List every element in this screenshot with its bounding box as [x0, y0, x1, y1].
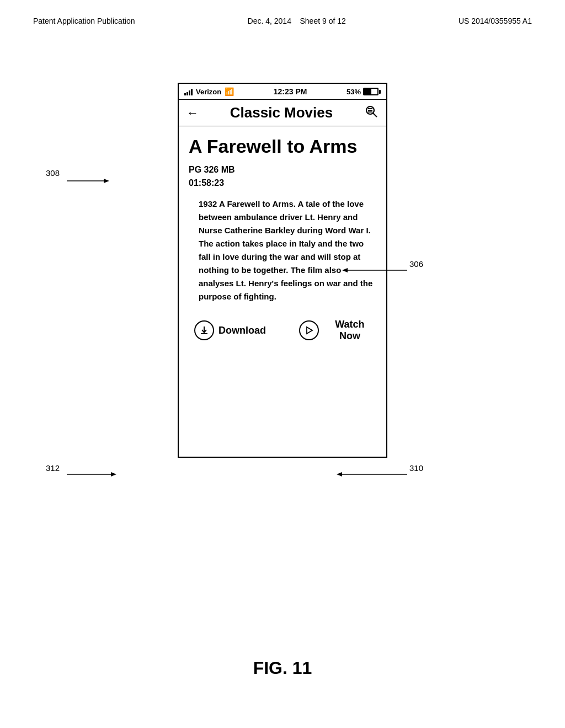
svg-marker-7 [307, 327, 312, 334]
content-area: A Farewell to Arms PG 326 MB 01:58:23 19… [179, 126, 386, 353]
movie-duration: 01:58:23 [189, 176, 376, 190]
time-display: 12:23 PM [274, 87, 307, 96]
patent-left: Patent Application Publication [33, 17, 135, 25]
movie-meta: PG 326 MB 01:58:23 [189, 163, 376, 190]
patent-center: Dec. 4, 2014 Sheet 9 of 12 [248, 17, 346, 25]
patent-header: Patent Application Publication Dec. 4, 2… [0, 0, 565, 36]
signal-bar-4 [191, 89, 193, 95]
arrow-308 [46, 175, 112, 192]
play-icon [299, 320, 319, 340]
status-left: Verizon 📶 [184, 87, 234, 96]
movie-rating: PG 326 MB [189, 163, 376, 176]
svg-line-1 [373, 113, 377, 117]
watch-now-label: Watch Now [323, 319, 376, 342]
download-button[interactable]: Download [194, 320, 266, 340]
svg-marker-9 [104, 179, 109, 183]
battery-percent: 53% [347, 88, 361, 96]
watch-now-button[interactable]: Watch Now [299, 319, 376, 342]
wifi-icon: 📶 [225, 87, 234, 96]
signal-icon [184, 88, 193, 95]
arrow-310 [337, 469, 414, 485]
movie-description: 1932 A Farewell to Arms. A tale of the l… [189, 197, 376, 303]
signal-bar-3 [189, 90, 190, 95]
search-icon[interactable] [364, 104, 379, 121]
signal-bar-1 [184, 93, 186, 95]
arrow-306 [342, 265, 414, 281]
battery-icon [363, 88, 381, 95]
carrier-name: Verizon [196, 88, 221, 96]
patent-right: US 2014/0355955 A1 [459, 17, 532, 25]
svg-marker-15 [111, 472, 116, 477]
signal-bar-2 [186, 92, 188, 95]
page-title: Classic Movies [230, 104, 333, 121]
svg-marker-13 [337, 472, 342, 477]
status-right: 53% [347, 88, 381, 96]
download-label: Download [218, 325, 266, 336]
arrow-312 [46, 469, 118, 485]
back-button[interactable]: ← [186, 106, 199, 120]
action-buttons: Download Watch Now [189, 319, 376, 342]
figure-caption: FIG. 11 [253, 658, 312, 678]
download-icon [194, 320, 214, 340]
status-bar: Verizon 📶 12:23 PM 53% [179, 84, 386, 100]
svg-marker-11 [342, 268, 348, 272]
nav-bar: ← Classic Movies [179, 100, 386, 126]
movie-title: A Farewell to Arms [189, 136, 376, 157]
